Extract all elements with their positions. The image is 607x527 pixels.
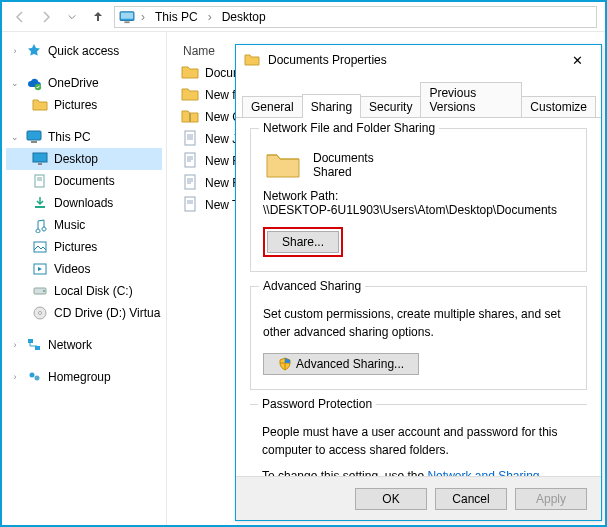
txt-icon [181,196,199,215]
sidebar-videos[interactable]: Videos [6,258,162,280]
sidebar-homegroup[interactable]: › Homegroup [6,366,162,388]
chevron-right-icon: › [141,10,145,24]
share-state: Shared [313,165,374,179]
tab-customize[interactable]: Customize [521,96,596,117]
folder-icon [181,64,199,83]
dialog-title: Documents Properties [268,53,561,67]
back-button[interactable] [10,7,30,27]
disc-icon [32,305,48,321]
forward-button[interactable] [36,7,56,27]
properties-dialog: Documents Properties ✕ General Sharing S… [235,44,602,521]
svg-rect-23 [185,131,195,145]
svg-point-15 [43,290,45,292]
group-title: Network File and Folder Sharing [259,121,439,135]
group-title: Advanced Sharing [259,279,365,293]
sidebar-network[interactable]: › Network [6,334,162,356]
svg-rect-4 [27,131,41,140]
rtf-icon [181,152,199,171]
breadcrumb-root[interactable]: This PC [151,8,202,26]
doc-icon [181,130,199,149]
svg-point-21 [35,376,40,381]
expand-icon[interactable]: › [10,372,20,382]
svg-rect-18 [28,339,33,343]
tab-page-sharing: Network File and Folder Sharing Document… [236,118,601,476]
network-path: \\DESKTOP-6U1L903\Users\Atom\Desktop\Doc… [263,203,574,217]
apply-button[interactable]: Apply [515,488,587,510]
drive-icon [32,283,48,299]
sidebar-this-pc[interactable]: ⌄ This PC [6,126,162,148]
sidebar-onedrive-pictures[interactable]: Pictures [6,94,162,116]
pc-icon [119,10,135,24]
share-button[interactable]: Share... [267,231,339,253]
music-icon [32,217,48,233]
address-bar: › This PC › Desktop [2,2,605,32]
password-description: People must have a user account and pass… [262,423,575,459]
advanced-sharing-button[interactable]: Advanced Sharing... [263,353,419,375]
advanced-description: Set custom permissions, create multiple … [263,305,574,341]
tab-strip: General Sharing Security Previous Versio… [236,75,601,118]
sidebar-music[interactable]: Music [6,214,162,236]
recent-dropdown-icon[interactable] [62,7,82,27]
svg-rect-11 [35,206,45,208]
shared-folder-icon [265,149,301,181]
sidebar-downloads[interactable]: Downloads [6,192,162,214]
group-title: Password Protection [258,397,376,411]
documents-icon [32,173,48,189]
group-password-protection: Password Protection People must have a u… [250,404,587,476]
sidebar-desktop[interactable]: Desktop [6,148,162,170]
password-change-text: To change this setting, use the Network … [262,469,575,476]
up-button[interactable] [88,7,108,27]
tab-security[interactable]: Security [360,96,421,117]
shield-icon [278,357,292,371]
svg-rect-2 [124,21,129,23]
folder-icon [244,52,260,68]
highlight-box: Share... [263,227,343,257]
sidebar-cd-drive[interactable]: CD Drive (D:) Virtua [6,302,162,324]
svg-point-17 [39,312,42,315]
tab-previous-versions[interactable]: Previous Versions [420,82,522,117]
nav-tree: › Quick access ⌄ OneDrive Pictures ⌄ Thi… [2,32,167,525]
dialog-titlebar[interactable]: Documents Properties ✕ [236,45,601,75]
folder-icon [181,86,199,105]
sidebar-quick-access[interactable]: › Quick access [6,40,162,62]
sidebar-local-disk[interactable]: Local Disk (C:) [6,280,162,302]
address-box[interactable]: › This PC › Desktop [114,6,597,28]
collapse-icon[interactable]: ⌄ [10,78,20,88]
pictures-icon [32,239,48,255]
cancel-button[interactable]: Cancel [435,488,507,510]
sidebar-documents[interactable]: Documents [6,170,162,192]
svg-rect-6 [33,153,47,162]
desktop-icon [32,151,48,167]
expand-icon[interactable]: › [10,340,20,350]
svg-rect-22 [189,113,191,122]
rtf-icon [181,174,199,193]
group-network-sharing: Network File and Folder Sharing Document… [250,128,587,272]
svg-rect-7 [38,163,42,165]
ok-button[interactable]: OK [355,488,427,510]
svg-rect-31 [185,175,195,189]
svg-rect-8 [35,175,44,187]
expand-icon[interactable]: › [10,46,20,56]
close-button[interactable]: ✕ [561,53,593,68]
cloud-icon [26,75,42,91]
svg-rect-35 [185,197,195,211]
tab-general[interactable]: General [242,96,303,117]
share-name: Documents [313,151,374,165]
zip-icon [181,108,199,127]
svg-rect-27 [185,153,195,167]
breadcrumb-leaf[interactable]: Desktop [218,8,270,26]
svg-point-20 [30,373,35,378]
collapse-icon[interactable]: ⌄ [10,132,20,142]
folder-icon [32,97,48,113]
sidebar-pictures[interactable]: Pictures [6,236,162,258]
svg-rect-5 [31,141,37,143]
monitor-icon [26,129,42,145]
videos-icon [32,261,48,277]
star-icon [26,43,42,59]
group-advanced-sharing: Advanced Sharing Set custom permissions,… [250,286,587,390]
chevron-right-icon: › [208,10,212,24]
advanced-sharing-label: Advanced Sharing... [296,357,404,371]
network-icon [26,337,42,353]
tab-sharing[interactable]: Sharing [302,94,361,117]
sidebar-onedrive[interactable]: ⌄ OneDrive [6,72,162,94]
